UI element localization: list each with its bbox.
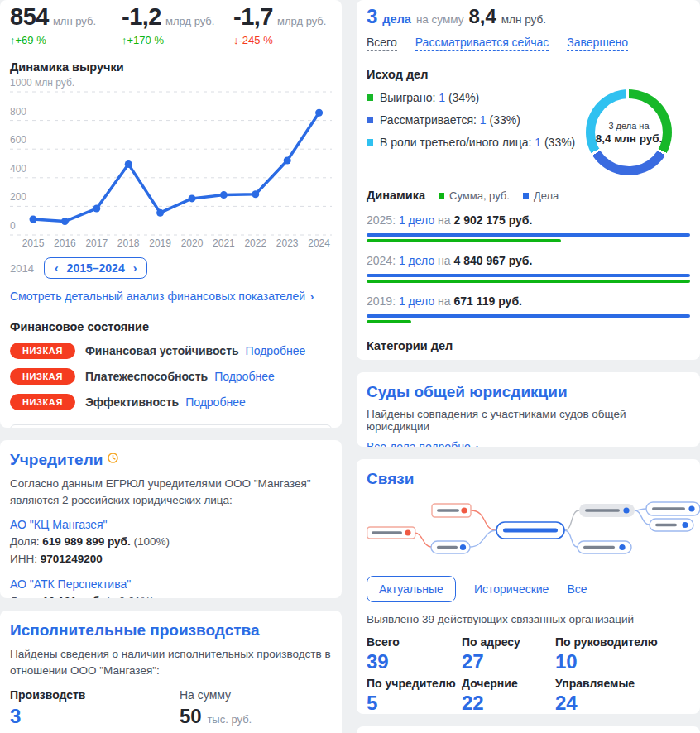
stat-value[interactable]: 24 <box>555 692 690 714</box>
blue-square-icon <box>523 193 529 199</box>
graph-node-blue[interactable] <box>431 541 470 553</box>
cases-donut-chart: 3 дела на 8,4 млн руб. <box>586 89 672 175</box>
metric-unit: млрд руб. <box>165 15 214 27</box>
cases-count[interactable]: 3 <box>367 5 377 28</box>
connections-summary: Выявлено 39 действующих связанных органи… <box>367 613 690 625</box>
stat-by-manager: По руководителю10 <box>555 635 690 673</box>
legend-count-link[interactable]: 1 <box>439 91 445 104</box>
details-link[interactable]: Подробнее <box>185 395 246 409</box>
graph-node-blue[interactable] <box>650 519 693 531</box>
revenue-line-chart: 02004006008001000 млн руб.20152016201720… <box>10 80 333 249</box>
founder-item: АО "КЦ Мангазея" Доля: 619 989 899 руб. … <box>10 516 332 568</box>
chevron-right-icon: › <box>476 441 479 447</box>
metric-value: -1,7 <box>233 3 273 30</box>
founder-share: 619 989 899 руб. <box>42 535 131 548</box>
tab-all[interactable]: Всего <box>367 36 397 51</box>
period-selector[interactable]: ‹ 2015–2024 › <box>44 257 147 279</box>
legend-count-link[interactable]: 1 <box>535 136 541 149</box>
svg-text:2018: 2018 <box>117 237 140 249</box>
enforcement-count: Производств 3 <box>10 688 180 728</box>
stat-value[interactable]: 39 <box>367 650 462 673</box>
metric-net-assets: -1,7млрд руб. ↓-245 % <box>233 3 342 46</box>
legend-item-won: Выиграно: 1 (34%) <box>367 91 586 104</box>
svg-text:2024: 2024 <box>308 237 330 249</box>
year-cases-link[interactable]: 1 дело <box>399 295 434 308</box>
financials-card: 854млн руб. ↑+69 % -1,2млрд руб. ↑+170 %… <box>0 0 342 428</box>
fin-state-row: НИЗКАЯ Эффективность Подробнее <box>10 394 332 410</box>
graph-node-red[interactable] <box>432 504 471 517</box>
svg-text:2019: 2019 <box>149 237 171 249</box>
dynamics-legend-cases: Дела <box>523 189 559 202</box>
chart-period-pager: 2014 ‹ 2015–2024 › <box>10 257 332 279</box>
stat-by-address: По адресу27 <box>462 635 555 673</box>
all-court-cases-link[interactable]: Все дела подробно› <box>367 440 479 447</box>
chevron-right-icon[interactable]: › <box>133 261 137 275</box>
history-clock-icon[interactable] <box>108 453 118 463</box>
founder-name-link[interactable]: АО "АТК Перспектива" <box>10 577 131 591</box>
founders-intro: Согласно данным ЕГРЮЛ учредителями ООО "… <box>10 476 332 508</box>
connections-stats: Всего39 По адресу27 По руководителю10 По… <box>367 635 690 714</box>
cases-bar <box>367 314 690 318</box>
stat-value[interactable]: 22 <box>462 692 555 714</box>
fin-state-row: НИЗКАЯ Финансовая устойчивость Подробнее <box>10 343 332 359</box>
dynamics-legend-sum: Сумма, руб. <box>439 189 510 202</box>
founders-card: Учредители Согласно данным ЕГРЮЛ учредит… <box>0 440 342 598</box>
svg-text:2021: 2021 <box>213 237 235 249</box>
graph-node-blue[interactable] <box>646 502 700 515</box>
tab-in-progress[interactable]: Рассматривается сейчас <box>415 36 549 51</box>
legend-item-third-party: В роли третьего/иного лица: 1 (33%) <box>367 136 586 149</box>
fin-state-label: Платежеспособность <box>85 370 208 383</box>
page: 854млн руб. ↑+69 % -1,2млрд руб. ↑+170 %… <box>0 0 700 733</box>
cases-word[interactable]: дела <box>382 12 411 26</box>
stat-subsidiaries: Дочерние22 <box>462 677 555 714</box>
year-cases-link[interactable]: 1 дело <box>399 213 434 227</box>
stat-value[interactable]: 5 <box>367 692 462 714</box>
common-courts-title: Суды общей юрисдикции <box>367 383 690 401</box>
founder-item: АО "АТК Перспектива" Доля: 10 101 руб. (… <box>10 576 332 598</box>
chevron-right-icon: › <box>310 290 314 303</box>
svg-text:800: 800 <box>10 106 26 117</box>
stat-value[interactable]: 27 <box>462 650 555 673</box>
sum-bar <box>367 239 561 242</box>
graph-node-red[interactable] <box>367 527 415 539</box>
details-link[interactable]: Подробнее <box>246 344 306 357</box>
blue-square-icon <box>367 117 373 123</box>
metric-profit: -1,2млрд руб. ↑+170 % <box>122 3 233 46</box>
year-cases-link[interactable]: 1 дело <box>399 254 434 267</box>
graph-node-center[interactable] <box>496 522 564 539</box>
tab-actual[interactable]: Актуальные <box>367 576 456 602</box>
sum-bar <box>367 280 690 283</box>
svg-text:2017: 2017 <box>85 237 108 249</box>
fin-state-label: Финансовая устойчивость <box>85 344 239 357</box>
founder-share-pct: (< 0.01%) <box>106 595 155 598</box>
accounting-report-row[interactable]: Бухгалтерская отчётность 2013–2024 СМОТР… <box>10 424 332 428</box>
legend-item-in-progress: Рассматривается: 1 (33%) <box>367 113 586 127</box>
details-link[interactable]: Подробнее <box>214 370 275 383</box>
svg-text:2015: 2015 <box>22 237 45 249</box>
graph-node-gray[interactable] <box>579 504 635 517</box>
tab-finished[interactable]: Завершено <box>567 36 628 51</box>
enforcement-sum-unit: тыс. руб. <box>207 713 252 726</box>
graph-node-blue[interactable] <box>578 541 631 553</box>
financial-analysis-link[interactable]: Смотреть детальный анализ финансовых пок… <box>10 290 332 303</box>
prev-year-label[interactable]: 2014 <box>10 262 34 275</box>
metric-delta: ↑+69 % <box>10 34 122 46</box>
founder-share: 10 101 руб. <box>42 595 103 598</box>
chevron-left-icon[interactable]: ‹ <box>55 261 59 275</box>
categories-title: Категории дел <box>367 339 690 352</box>
metric-value: 854 <box>10 3 49 30</box>
metric-delta: ↑+170 % <box>122 34 233 46</box>
founder-name-link[interactable]: АО "КЦ Мангазея" <box>10 518 108 531</box>
stat-value[interactable]: 10 <box>555 650 690 673</box>
sum-bar <box>367 320 411 323</box>
svg-text:0: 0 <box>10 220 16 232</box>
tab-all-connections[interactable]: Все <box>567 582 587 596</box>
legend-count-link[interactable]: 1 <box>480 113 487 127</box>
founder-inn: 9701249200 <box>41 553 103 565</box>
cases-bar <box>367 274 690 277</box>
tab-historical[interactable]: Исторические <box>474 582 549 596</box>
stat-managed: Управляемые24 <box>555 677 690 714</box>
common-courts-text: Найдены совпадения с участниками судов о… <box>367 408 690 433</box>
connections-graph[interactable] <box>367 494 700 564</box>
enforcement-count-value[interactable]: 3 <box>10 705 180 728</box>
